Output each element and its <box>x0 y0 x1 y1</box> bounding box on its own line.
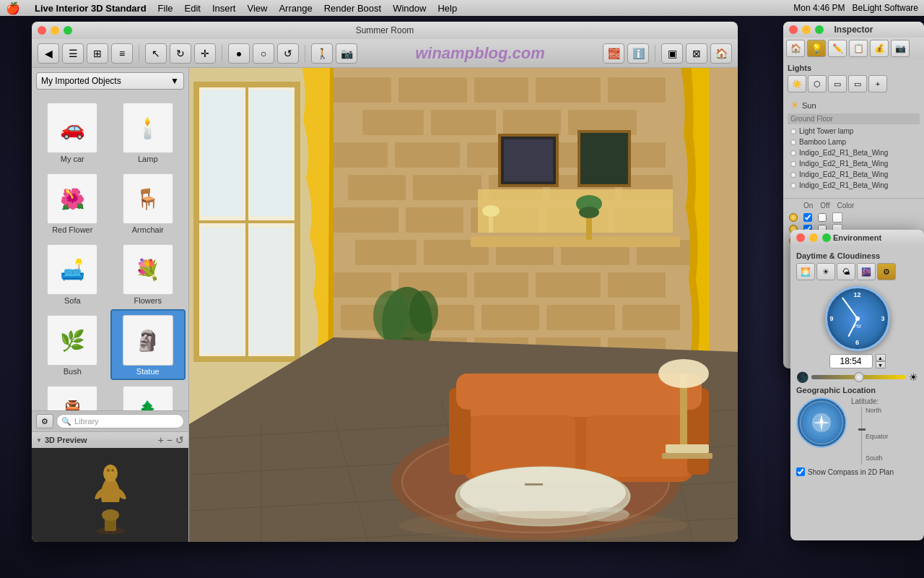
object-item-my-car[interactable]: 🚗My car <box>35 97 110 168</box>
inspector-minimize-button[interactable] <box>802 25 811 34</box>
menu-window[interactable]: Window <box>393 3 426 14</box>
svg-rect-60 <box>250 228 292 353</box>
layout-btn2[interactable]: ⊠ <box>686 43 707 64</box>
env-btn-evening[interactable]: 🌆 <box>857 263 876 280</box>
light-add-btn[interactable]: + <box>868 75 887 92</box>
light-type-btn4[interactable]: ▭ <box>848 75 867 92</box>
compass-ring <box>800 401 843 444</box>
time-increment-btn[interactable]: ▲ <box>876 354 886 361</box>
zoom-out-icon[interactable]: − <box>167 434 173 446</box>
search-box[interactable]: 🔍 Library <box>56 414 184 428</box>
compass[interactable] <box>796 397 847 448</box>
lights-section: Lights ☀️ ⬡ ▭ ▭ + ☀ Sun Ground Floor Lig… <box>783 59 924 195</box>
env-btn-dawn[interactable]: 🌅 <box>796 263 815 280</box>
menu-view[interactable]: View <box>247 3 267 14</box>
object-item-red-flower[interactable]: 🌺Red Flower <box>35 168 110 238</box>
svg-rect-109 <box>666 444 709 453</box>
select-tool[interactable]: ↖ <box>145 43 167 64</box>
inspector-tab-home[interactable]: 🏠 <box>786 40 805 57</box>
toolbar-btn-grid[interactable]: ⊞ <box>87 43 108 64</box>
menu-render-boost[interactable]: Render Boost <box>324 3 382 14</box>
zoom-in-icon[interactable]: + <box>158 434 164 446</box>
show-compass-checkbox[interactable] <box>796 467 805 476</box>
toolbar-btn-detail[interactable]: ≡ <box>111 43 133 64</box>
env-btn-morning[interactable]: ☀ <box>816 263 835 280</box>
object-item-bush[interactable]: 🌿Bush <box>35 309 110 380</box>
env-maximize-button[interactable] <box>822 233 831 242</box>
inspector-tab-coin[interactable]: 💰 <box>870 40 889 57</box>
svg-rect-41 <box>608 272 666 298</box>
object-item-flowers[interactable]: 💐Flowers <box>110 238 186 309</box>
light-item-2[interactable]: Indigo_Ed2_R1_Beta_Wing <box>788 147 920 158</box>
maximize-button[interactable] <box>64 26 72 35</box>
geo-content: Latitude: North Equator South <box>796 397 918 465</box>
layout-btn1[interactable]: ▣ <box>661 43 683 64</box>
settings-btn[interactable]: ⚙ <box>36 414 53 428</box>
env-minimize-button[interactable] <box>809 233 818 242</box>
circle-tool[interactable]: ● <box>228 43 250 64</box>
env-btn-noon[interactable]: 🌤 <box>837 263 855 280</box>
light-dot <box>790 139 796 145</box>
app-name[interactable]: Live Interior 3D Standard <box>35 3 147 14</box>
toolbar-btn-list[interactable]: ☰ <box>62 43 84 64</box>
menu-arrange[interactable]: Arrange <box>279 3 312 14</box>
brightness-slider-track[interactable] <box>811 375 906 379</box>
inspector-tab-list[interactable]: 📋 <box>849 40 868 57</box>
onoff-row-0 <box>789 212 918 223</box>
object-item-vase[interactable]: 🏺Vase <box>35 380 110 410</box>
brightness-slider-thumb[interactable] <box>854 372 864 382</box>
on-checkbox-0[interactable] <box>803 213 812 222</box>
inspector-maximize-button[interactable] <box>815 25 824 34</box>
time-decrement-btn[interactable]: ▼ <box>876 361 886 368</box>
time-input[interactable] <box>829 354 873 368</box>
svg-point-3 <box>103 465 118 482</box>
svg-rect-39 <box>474 272 528 298</box>
close-button[interactable] <box>38 26 46 35</box>
refresh-tool[interactable]: ↺ <box>277 43 299 64</box>
apple-menu[interactable]: 🍎 <box>6 1 20 15</box>
3d-view-btn[interactable]: 🧱 <box>603 43 624 64</box>
light-type-btn1[interactable]: ☀️ <box>788 75 806 92</box>
minimize-button[interactable] <box>51 26 59 35</box>
rotate-tool[interactable]: ↻ <box>170 43 191 64</box>
env-close-button[interactable] <box>796 233 805 242</box>
record-tool[interactable]: ○ <box>253 43 274 64</box>
menu-help[interactable]: Help <box>437 3 457 14</box>
clock-center-dot <box>855 316 860 321</box>
lat-slider-thumb[interactable] <box>858 428 866 431</box>
color-swatch-0[interactable] <box>832 212 842 223</box>
camera-tool[interactable]: 📷 <box>336 43 357 64</box>
layout-btn3[interactable]: 🏠 <box>710 43 732 64</box>
light-item-0[interactable]: Light Tower lamp <box>788 126 920 137</box>
light-item-3[interactable]: Indigo_Ed2_R1_Beta_Wing <box>788 158 920 169</box>
time-input-row: ▲ ▼ <box>796 354 918 368</box>
inspector-close-button[interactable] <box>789 25 798 34</box>
south-label: South <box>866 454 883 462</box>
light-item-5[interactable]: Indigo_Ed2_R1_Beta_Wing <box>788 180 920 191</box>
svg-point-2 <box>102 509 119 521</box>
light-type-btn2[interactable]: ⬡ <box>808 75 827 92</box>
light-type-btn3[interactable]: ▭ <box>828 75 847 92</box>
objects-dropdown[interactable]: My Imported Objects ▼ <box>36 72 184 90</box>
object-item-armchair[interactable]: 🪑Armchair <box>110 168 186 238</box>
inspector-tab-camera[interactable]: 📷 <box>891 40 910 57</box>
off-checkbox-0[interactable] <box>818 213 827 222</box>
figure-tool[interactable]: 🚶 <box>311 43 333 64</box>
menu-edit[interactable]: Edit <box>185 3 201 14</box>
menu-insert[interactable]: Insert <box>212 3 236 14</box>
light-item-1[interactable]: Bamboo Lamp <box>788 137 920 147</box>
object-item-sofa[interactable]: 🛋️Sofa <box>35 238 110 309</box>
object-item-great-tree[interactable]: 🌲Great Tree <box>110 380 186 410</box>
env-btn-custom[interactable]: ⚙ <box>877 263 896 280</box>
info-btn[interactable]: ℹ️ <box>627 43 649 64</box>
menu-file[interactable]: File <box>158 3 173 14</box>
inspector-tab-light[interactable]: 💡 <box>807 40 826 57</box>
inspector-tab-edit[interactable]: ✏️ <box>828 40 847 57</box>
move-tool[interactable]: ✛ <box>194 43 216 64</box>
object-item-lamp[interactable]: 🕯️Lamp <box>110 97 186 168</box>
preview-header[interactable]: ▼ 3D Preview + − ↺ <box>32 432 188 448</box>
object-item-statue[interactable]: 🗿Statue <box>110 309 186 380</box>
back-button[interactable]: ◀ <box>38 43 59 64</box>
light-item-4[interactable]: Indigo_Ed2_R1_Beta_Wing <box>788 169 920 180</box>
reset-view-icon[interactable]: ↺ <box>175 434 184 446</box>
